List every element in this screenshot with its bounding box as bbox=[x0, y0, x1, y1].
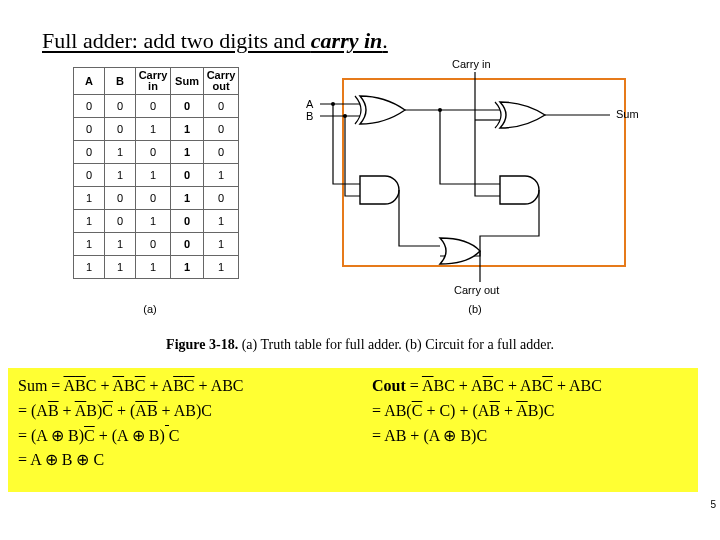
table-cell: 0 bbox=[136, 95, 171, 118]
page-number: 5 bbox=[710, 499, 716, 510]
table-cell: 1 bbox=[74, 210, 105, 233]
table-cell: 1 bbox=[105, 256, 136, 279]
title-prefix: Full adder: add two digits and bbox=[42, 28, 311, 53]
table-cell: 0 bbox=[171, 233, 204, 256]
table-row: 01010 bbox=[74, 141, 239, 164]
table-cell: 0 bbox=[204, 141, 239, 164]
caption-bold: Figure 3-18. bbox=[166, 337, 238, 352]
equation-sum: Sum = ABC + ABC + ABC + ABC = (AB + AB)C… bbox=[18, 374, 358, 473]
table-cell: 0 bbox=[74, 141, 105, 164]
table-cell: 1 bbox=[171, 141, 204, 164]
table-row: 11001 bbox=[74, 233, 239, 256]
th-b: B bbox=[105, 68, 136, 95]
truth-table: A B Carry in Sum Carry out 0000000110010… bbox=[73, 67, 239, 279]
th-cout: Carry out bbox=[204, 68, 239, 95]
table-cell: 1 bbox=[105, 141, 136, 164]
table-cell: 1 bbox=[136, 210, 171, 233]
figure-caption: Figure 3-18. (a) Truth table for full ad… bbox=[0, 337, 720, 353]
label-cout: Carry out bbox=[454, 284, 499, 296]
table-row: 11111 bbox=[74, 256, 239, 279]
table-header-row: A B Carry in Sum Carry out bbox=[74, 68, 239, 95]
table-cell: 1 bbox=[136, 118, 171, 141]
label-a: A bbox=[306, 98, 314, 110]
table-cell: 1 bbox=[74, 233, 105, 256]
table-cell: 0 bbox=[105, 118, 136, 141]
table-cell: 1 bbox=[74, 187, 105, 210]
table-cell: 0 bbox=[171, 210, 204, 233]
table-cell: 1 bbox=[136, 256, 171, 279]
title-suffix: . bbox=[382, 28, 388, 53]
table-cell: 0 bbox=[105, 95, 136, 118]
caption-rest: (a) Truth table for full adder. (b) Circ… bbox=[238, 337, 554, 352]
table-cell: 1 bbox=[204, 164, 239, 187]
table-cell: 1 bbox=[171, 187, 204, 210]
table-cell: 1 bbox=[74, 256, 105, 279]
th-sum: Sum bbox=[171, 68, 204, 95]
table-cell: 1 bbox=[171, 256, 204, 279]
table-cell: 0 bbox=[105, 210, 136, 233]
equations-panel: Sum = ABC + ABC + ABC + ABC = (AB + AB)C… bbox=[8, 368, 698, 492]
page-title: Full adder: add two digits and carry in. bbox=[42, 28, 388, 54]
th-cin: Carry in bbox=[136, 68, 171, 95]
table-cell: 1 bbox=[204, 256, 239, 279]
label-sum: Sum bbox=[616, 108, 639, 120]
table-cell: 0 bbox=[74, 95, 105, 118]
table-cell: 0 bbox=[74, 118, 105, 141]
table-cell: 0 bbox=[171, 164, 204, 187]
equation-cout: Cout = ABC + ABC + ABC + ABC = AB(C + C)… bbox=[372, 374, 698, 448]
table-row: 10101 bbox=[74, 210, 239, 233]
sublabel-b: (b) bbox=[460, 303, 490, 315]
table-cell: 0 bbox=[74, 164, 105, 187]
table-cell: 0 bbox=[204, 187, 239, 210]
table-cell: 1 bbox=[204, 210, 239, 233]
table-cell: 1 bbox=[136, 164, 171, 187]
label-cin: Carry in bbox=[452, 60, 491, 70]
table-cell: 0 bbox=[136, 141, 171, 164]
table-cell: 0 bbox=[136, 233, 171, 256]
full-adder-circuit: Carry in A B Sum Carry out bbox=[300, 60, 660, 300]
table-cell: 1 bbox=[204, 233, 239, 256]
th-a: A bbox=[74, 68, 105, 95]
table-row: 01101 bbox=[74, 164, 239, 187]
title-em: carry in bbox=[311, 28, 383, 53]
table-cell: 0 bbox=[204, 95, 239, 118]
table-cell: 0 bbox=[105, 187, 136, 210]
table-cell: 1 bbox=[105, 164, 136, 187]
table-cell: 1 bbox=[171, 118, 204, 141]
table-row: 00110 bbox=[74, 118, 239, 141]
table-cell: 0 bbox=[171, 95, 204, 118]
table-row: 00000 bbox=[74, 95, 239, 118]
table-cell: 1 bbox=[105, 233, 136, 256]
table-cell: 0 bbox=[136, 187, 171, 210]
label-b: B bbox=[306, 110, 313, 122]
table-cell: 0 bbox=[204, 118, 239, 141]
sublabel-a: (a) bbox=[135, 303, 165, 315]
table-row: 10010 bbox=[74, 187, 239, 210]
